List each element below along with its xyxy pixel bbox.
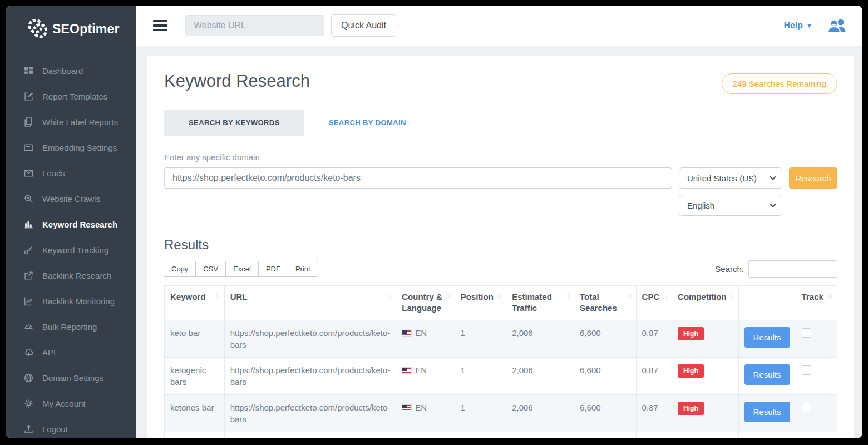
keyword-research-icon [23, 219, 33, 229]
column-header[interactable]: ↑↓ [738, 286, 796, 320]
my-account-icon [23, 398, 33, 408]
export-button[interactable]: Print [288, 261, 318, 277]
column-label: Country & Language [402, 291, 442, 314]
backlink-research-icon [23, 270, 33, 280]
track-checkbox[interactable] [802, 328, 811, 338]
sidebar-item-label: Bulk Reporting [42, 322, 97, 332]
export-button[interactable]: PDF [258, 261, 288, 277]
sidebar-item-label: Leads [42, 169, 65, 178]
tab[interactable]: Search by keywords [164, 110, 304, 136]
track-checkbox[interactable] [802, 365, 811, 375]
table-search-label: Search: [715, 264, 744, 274]
sort-icon: ↑↓ [825, 291, 832, 300]
column-header[interactable]: Competition ↑↓ [672, 286, 739, 320]
table-row: keto bars https://shop.perfectketo.com/p… [165, 432, 837, 438]
export-button[interactable]: Excel [225, 261, 259, 277]
column-header[interactable]: Country & Language ↑↓ [396, 286, 455, 320]
export-button[interactable]: Copy [164, 261, 196, 277]
main-area: Quick Audit Help ▼ [136, 6, 862, 438]
sidebar-item-label: Domain Settings [42, 373, 103, 383]
column-label: Track [802, 291, 823, 303]
account-users-icon[interactable] [827, 18, 847, 33]
domain-settings-icon [23, 373, 33, 383]
column-header[interactable]: Estimated Traffic ↑↓ [506, 286, 574, 320]
sidebar-item[interactable]: My Account [6, 390, 136, 416]
cell-position: 1 [455, 394, 506, 432]
research-button[interactable]: Research [789, 167, 837, 189]
help-menu[interactable]: Help ▼ [783, 21, 812, 31]
content-background: Keyword Research 249 Searches Remaining … [136, 46, 862, 438]
sidebar-item[interactable]: Bulk Reporting [6, 314, 136, 339]
sidebar-item-label: Report Templates [42, 92, 107, 101]
sidebar-item[interactable]: Logout [6, 416, 136, 438]
cell-traffic: 2,006 [506, 394, 574, 432]
seoptimer-logo-icon [27, 19, 47, 39]
column-label: Position [461, 291, 494, 303]
website-url-input[interactable] [185, 15, 324, 36]
column-header[interactable]: Track ↑↓ [796, 286, 837, 320]
country-select[interactable]: United States (US) [679, 167, 782, 189]
cell-url: https://shop.perfectketo.com/products/ke… [224, 357, 396, 394]
export-button[interactable]: CSV [195, 261, 226, 277]
cell-searches: 6,600 [574, 357, 637, 394]
column-header[interactable]: URL ↑↓ [224, 286, 396, 320]
us-flag-icon [402, 367, 412, 374]
sidebar-item-label: White Label Reports [42, 117, 118, 127]
cell-traffic: 2,006 [506, 357, 574, 394]
quick-audit-button[interactable]: Quick Audit [331, 14, 396, 37]
sort-icon: ↑↓ [624, 291, 632, 300]
sidebar-item[interactable]: Dashboard [6, 58, 136, 83]
sidebar-item[interactable]: Domain Settings [6, 365, 136, 390]
track-checkbox[interactable] [802, 403, 811, 412]
sidebar-item[interactable]: API [6, 339, 136, 365]
sidebar-item[interactable]: Keyword Research [6, 211, 136, 237]
sidebar-item[interactable]: Embedding Settings [6, 135, 136, 160]
competition-badge: High [678, 327, 704, 341]
sidebar-item[interactable]: Backlink Monitoring [6, 288, 136, 314]
page-title: Keyword Research [164, 71, 310, 91]
row-results-button[interactable]: Results [744, 364, 790, 385]
logo[interactable]: SEOptimer [6, 6, 136, 53]
sidebar-item[interactable]: Backlink Research [6, 263, 136, 288]
row-results-button[interactable]: Results [744, 402, 790, 422]
column-label: Total Searches [580, 291, 624, 314]
cell-track [796, 432, 837, 438]
leads-icon [23, 168, 33, 178]
cell-url: https://shop.perfectketo.com/products/ke… [224, 394, 396, 432]
column-header[interactable]: Total Searches ↑↓ [574, 286, 637, 320]
language-select-wrap: English [679, 195, 782, 216]
website-crawls-icon [23, 194, 33, 204]
content-card: Keyword Research 249 Searches Remaining … [147, 56, 854, 438]
cell-keyword: ketones bar [165, 394, 225, 432]
cell-track [796, 394, 837, 432]
sidebar-item[interactable]: Website Crawls [6, 186, 136, 211]
sidebar-item[interactable]: Keyword Tracking [6, 237, 136, 263]
tab[interactable]: Search by domain [304, 110, 431, 136]
sidebar-item-label: Website Crawls [42, 194, 100, 204]
column-header[interactable]: Keyword ↑↓ [165, 286, 225, 320]
table-header-row: Keyword ↑↓ URL ↑↓ [165, 286, 837, 320]
cell-url: https://shop.perfectketo.com/products/ke… [224, 320, 396, 357]
column-label: Keyword [170, 291, 205, 303]
app-window: SEOptimer Dashboard Report Templates Whi… [6, 6, 862, 438]
domain-input[interactable] [164, 167, 672, 189]
row-results-button[interactable]: Results [744, 327, 790, 348]
table-search-input[interactable] [748, 260, 837, 278]
cell-competition: High [672, 320, 739, 357]
language-select[interactable]: English [679, 195, 782, 216]
sidebar-item[interactable]: Leads [6, 160, 136, 186]
sort-icon: ↑↓ [727, 291, 734, 300]
sidebar-item-label: Backlink Monitoring [42, 296, 115, 306]
cell-competition: High [672, 357, 739, 394]
sidebar-item-label: Embedding Settings [42, 143, 117, 152]
column-header[interactable]: Position ↑↓ [455, 286, 506, 320]
column-header[interactable]: CPC ↑↓ [636, 286, 672, 320]
cell-action: Results [738, 357, 796, 394]
sort-icon: ↑↓ [384, 291, 391, 300]
country-select-wrap: United States (US) [679, 167, 782, 189]
table-row: keto bar https://shop.perfectketo.com/pr… [165, 320, 837, 357]
hamburger-menu-icon[interactable] [153, 20, 167, 31]
sidebar-item[interactable]: White Label Reports [6, 109, 136, 135]
sidebar-item[interactable]: Report Templates [6, 83, 136, 109]
domain-search-row: United States (US) English Research [164, 167, 837, 216]
